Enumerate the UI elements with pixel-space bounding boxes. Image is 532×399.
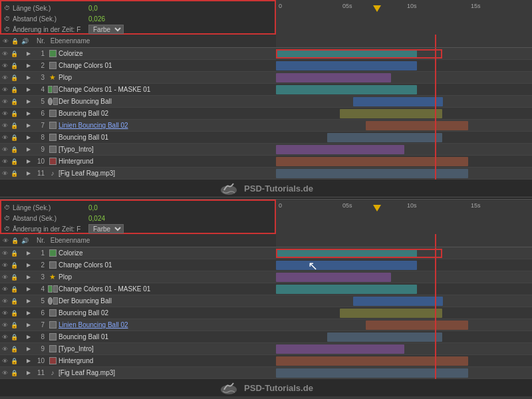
layer-lock-btn[interactable]: 🔒 <box>9 310 19 317</box>
layer-lock-btn[interactable]: 🔒 <box>9 298 19 305</box>
layer-name[interactable]: Plop <box>59 74 276 81</box>
layer-name[interactable]: Change Colors 01 - MASKE 01 <box>59 86 276 93</box>
layer-lock-btn[interactable]: 🔒 <box>9 322 19 329</box>
layer-name[interactable]: Colorize <box>59 249 276 257</box>
expand-btn[interactable]: ▶ <box>27 86 33 92</box>
expand-btn[interactable]: ▶ <box>27 298 33 304</box>
expand-btn[interactable]: ▶ <box>27 262 33 268</box>
layer-lock-btn[interactable]: 🔒 <box>9 134 19 141</box>
layer-vis-btn[interactable]: 👁 <box>0 110 9 117</box>
layer-name[interactable]: Change Colors 01 <box>59 62 276 69</box>
layer-name[interactable]: Change Colors 01 <box>59 261 276 269</box>
layer-name[interactable]: Der Bouncing Ball <box>59 98 276 105</box>
layer-vis-btn[interactable]: 👁 <box>0 262 9 269</box>
playhead[interactable] <box>435 35 436 47</box>
layer-name[interactable]: [Typo_Intro] <box>59 345 276 352</box>
layer-vis-btn[interactable]: 👁 <box>0 370 9 376</box>
layer-name[interactable]: Der Bouncing Ball <box>59 297 276 305</box>
expand-btn[interactable]: ▶ <box>27 146 33 152</box>
layer-controls: 👁🔒▶1Colorize <box>0 48 276 60</box>
layer-vis-btn[interactable]: 👁 <box>0 134 9 141</box>
layer-lock-btn[interactable]: 🔒 <box>9 250 19 257</box>
layer-name[interactable]: Bouncing Ball 01 <box>59 134 276 141</box>
layer-lock-btn[interactable]: 🔒 <box>9 158 19 165</box>
param-select[interactable]: Farbe <box>88 224 124 233</box>
layer-name[interactable]: Plop <box>59 273 276 281</box>
expand-btn[interactable]: ▶ <box>27 370 33 376</box>
param-select[interactable]: Farbe <box>88 25 124 34</box>
layer-vis-btn[interactable]: 👁 <box>0 322 9 329</box>
playhead[interactable] <box>435 234 436 247</box>
layer-name[interactable]: Linien Bouncing Ball 02 <box>59 122 276 129</box>
layer-num: 10 <box>33 158 47 165</box>
layer-lock-btn[interactable]: 🔒 <box>9 146 19 153</box>
layer-lock-btn[interactable]: 🔒 <box>9 170 19 177</box>
expand-btn[interactable]: ▶ <box>27 51 33 57</box>
layer-lock-btn[interactable]: 🔒 <box>9 274 19 281</box>
layer-name[interactable]: [Typo_Intro] <box>59 146 276 153</box>
param-clock-icon: ⏱ <box>4 204 10 211</box>
layer-name[interactable]: Linien Bouncing Ball 02 <box>59 321 276 329</box>
layer-name[interactable]: Bouncing Ball 02 <box>59 110 276 117</box>
expand-btn[interactable]: ▶ <box>27 122 33 128</box>
expand-btn[interactable]: ▶ <box>27 310 33 316</box>
layer-lock-btn[interactable]: 🔒 <box>9 63 19 69</box>
layer-vis-btn[interactable]: 👁 <box>0 158 9 165</box>
layer-lock-btn[interactable]: 🔒 <box>9 286 19 293</box>
layer-name[interactable]: Bouncing Ball 02 <box>59 309 276 317</box>
expand-btn[interactable]: ▶ <box>27 346 33 352</box>
layer-vis-btn[interactable]: 👁 <box>0 86 9 93</box>
layer-vis-btn[interactable]: 👁 <box>0 358 9 364</box>
layer-name[interactable]: Change Colors 01 - MASKE 01 <box>59 285 276 293</box>
layer-lock-btn[interactable]: 🔒 <box>9 74 19 81</box>
layer-vis-btn[interactable]: 👁 <box>0 51 9 57</box>
layer-vis-btn[interactable]: 👁 <box>0 334 9 340</box>
layer-lock-btn[interactable]: 🔒 <box>9 122 19 129</box>
layer-controls: 👁🔒▶2Change Colors 01 <box>0 60 276 72</box>
expand-btn[interactable]: ▶ <box>27 158 33 164</box>
layer-vis-btn[interactable]: 👁 <box>0 98 9 105</box>
expand-btn[interactable]: ▶ <box>27 334 33 340</box>
layer-lock-btn[interactable]: 🔒 <box>9 262 19 269</box>
expand-btn[interactable]: ▶ <box>27 250 33 256</box>
layer-name[interactable]: Hintergrund <box>59 357 276 364</box>
layer-lock-btn[interactable]: 🔒 <box>9 370 19 376</box>
expand-btn[interactable]: ▶ <box>27 322 33 328</box>
layer-lock-btn[interactable]: 🔒 <box>9 86 19 93</box>
layer-lock-btn[interactable]: 🔒 <box>9 110 19 117</box>
layer-name[interactable]: Bouncing Ball 01 <box>59 333 276 340</box>
layer-name[interactable]: [Fig Leaf Rag.mp3] <box>59 369 276 376</box>
layer-vis-btn[interactable]: 👁 <box>0 74 9 81</box>
layer-name[interactable]: Hintergrund <box>59 158 276 165</box>
layer-lock-btn[interactable]: 🔒 <box>9 334 19 340</box>
expand-btn[interactable]: ▶ <box>27 110 33 116</box>
layer-controls: 👁🔒▶5Der Bouncing Ball <box>0 295 276 307</box>
expand-btn[interactable]: ▶ <box>27 286 33 292</box>
lock-icon: 🔒 <box>11 38 19 45</box>
layer-vis-btn[interactable]: 👁 <box>0 274 9 281</box>
layer-name[interactable]: [Fig Leaf Rag.mp3] <box>59 170 276 177</box>
expand-btn[interactable]: ▶ <box>27 74 33 80</box>
expand-btn[interactable]: ▶ <box>27 63 33 68</box>
layer-vis-btn[interactable]: 👁 <box>0 310 9 317</box>
layer-vis-btn[interactable]: 👁 <box>0 346 9 352</box>
layer-vis-btn[interactable]: 👁 <box>0 286 9 293</box>
layer-vis-btn[interactable]: 👁 <box>0 250 9 257</box>
layer-vis-btn[interactable]: 👁 <box>0 63 9 69</box>
layer-lock-btn[interactable]: 🔒 <box>9 358 19 364</box>
playhead-line <box>435 84 436 96</box>
expand-btn[interactable]: ▶ <box>27 170 33 176</box>
expand-btn[interactable]: ▶ <box>27 358 33 364</box>
layer-lock-btn[interactable]: 🔒 <box>9 51 19 57</box>
expand-btn[interactable]: ▶ <box>27 98 33 104</box>
layer-vis-btn[interactable]: 👁 <box>0 170 9 177</box>
expand-btn[interactable]: ▶ <box>27 134 33 140</box>
layer-timeline <box>276 283 532 295</box>
layer-vis-btn[interactable]: 👁 <box>0 146 9 153</box>
layer-lock-btn[interactable]: 🔒 <box>9 346 19 352</box>
layer-vis-btn[interactable]: 👁 <box>0 122 9 129</box>
layer-lock-btn[interactable]: 🔒 <box>9 98 19 105</box>
layer-name[interactable]: Colorize <box>59 50 276 57</box>
layer-vis-btn[interactable]: 👁 <box>0 298 9 305</box>
expand-btn[interactable]: ▶ <box>27 274 33 280</box>
